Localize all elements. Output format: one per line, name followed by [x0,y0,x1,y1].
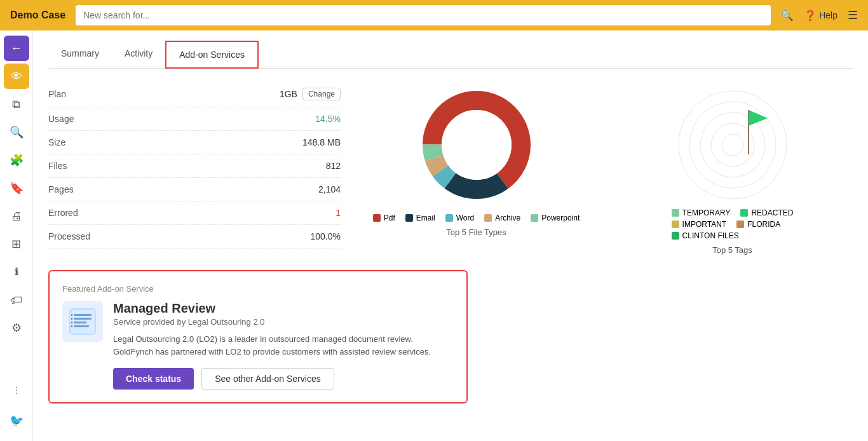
stat-row-pages: Pages 2,104 [48,178,341,201]
sidebar-item-print[interactable]: 🖨 [4,203,29,229]
svg-rect-15 [74,318,92,320]
legend-pdf: Pdf [373,214,395,222]
svg-rect-20 [71,322,72,323]
plan-change-button[interactable]: Change [302,88,341,100]
tags-chart-title: Top 5 Tags [712,245,752,255]
tabs: Summary Activity Add-on Services [48,41,853,69]
sidebar-item-tag[interactable]: 🏷 [4,287,29,313]
sidebar-item-dots[interactable]: ⋮ [4,377,29,403]
search-input[interactable] [76,5,771,25]
stats-table: Plan 1GB Change Usage 14.5% Size 148.8 M… [48,81,341,255]
svg-rect-19 [71,318,72,320]
sidebar: ← 👁 ⧉ 🔍 🧩 🔖 🖨 ⊞ ℹ 🏷 ⚙ ⋮ 🐦 [0,31,33,441]
tags-legend-row-3: CLINTON FILES [672,231,794,240]
topbar: Demo Case 🔍 ❓ Help ☰ [0,0,868,31]
stat-row-errored: Errored 1 [48,201,341,225]
clinton-files-dot [672,232,679,240]
search-icon: 🔍 [781,10,794,22]
svg-point-5 [442,110,512,180]
addon-box: Featured Add-on Service Managed Review [48,270,468,404]
plan-value-group: 1GB Change [280,88,341,100]
menu-icon[interactable]: ☰ [848,8,858,22]
addon-description: Legal Outsourcing 2.0 (LO2) is a leader … [113,333,454,358]
svg-point-7 [689,102,776,188]
powerpoint-dot [531,214,538,222]
legend-powerpoint: Powerpoint [531,214,580,222]
app-title: Demo Case [10,10,65,21]
content-grid: Plan 1GB Change Usage 14.5% Size 148.8 M… [48,81,853,255]
see-other-addons-button[interactable]: See other Add-on Services [201,368,334,390]
svg-rect-21 [71,325,72,327]
main-content: Summary Activity Add-on Services Plan 1G… [33,31,868,441]
sidebar-item-info[interactable]: ℹ [4,259,29,285]
stat-row-usage: Usage 14.5% [48,107,341,131]
archive-dot [484,214,492,222]
legend-clinton-files: CLINTON FILES [672,231,739,240]
svg-point-10 [722,134,743,156]
addon-info: Managed Review Service provided by Legal… [113,301,454,390]
stat-row-processed: Processed 100.0% [48,225,341,248]
legend-florida: FLORIDA [736,220,780,229]
legend-email: Email [405,214,435,222]
legend-archive: Archive [484,214,520,222]
file-types-chart-title: Top 5 File Types [446,227,506,237]
pdf-dot [373,214,381,222]
legend-word: Word [445,214,474,222]
topbar-right: ❓ Help ☰ [804,8,858,22]
addon-subtitle: Service provided by Legal Outsouring 2.0 [113,317,454,327]
sidebar-bottom: ⋮ 🐦 [4,377,29,433]
donut-svg [413,81,540,208]
svg-rect-18 [71,314,72,316]
redacted-dot [740,209,748,217]
tags-svg [669,81,796,208]
legend-important: IMPORTANT [672,220,727,229]
tags-chart: TEMPORARY REDACTED IMPORTANT FLORIDA [612,81,853,255]
sidebar-item-back[interactable]: ← [4,36,29,61]
help-button[interactable]: ❓ Help [804,10,837,22]
tags-legend-row-2: IMPORTANT FLORIDA [672,220,794,229]
sidebar-item-bird: 🐦 [4,408,29,433]
sidebar-item-copy[interactable]: ⧉ [4,92,29,117]
tab-activity[interactable]: Activity [112,41,165,69]
addon-body: Managed Review Service provided by Legal… [62,301,454,390]
tab-summary[interactable]: Summary [48,41,112,69]
important-dot [672,221,679,228]
sidebar-item-eye[interactable]: 👁 [4,64,29,89]
legend-redacted: REDACTED [740,208,793,217]
stat-row-plan: Plan 1GB Change [48,81,341,107]
addon-buttons: Check status See other Add-on Services [113,368,454,390]
stat-row-size: Size 148.8 MB [48,131,341,154]
temporary-dot [672,209,679,217]
svg-rect-16 [74,322,86,323]
email-dot [405,214,413,222]
check-status-button[interactable]: Check status [113,368,194,390]
sidebar-item-grid[interactable]: ⊞ [4,231,29,257]
addon-icon [62,301,103,342]
file-types-chart: Pdf Email Word Archive Powerpoint [356,81,597,255]
sidebar-item-settings[interactable]: ⚙ [4,315,29,341]
tags-legend: TEMPORARY REDACTED IMPORTANT FLORIDA [672,208,794,240]
word-dot [445,214,453,222]
svg-point-6 [679,91,787,199]
sidebar-item-bookmark[interactable]: 🔖 [4,175,29,201]
sidebar-item-search[interactable]: 🔍 [4,119,29,145]
addon-title: Managed Review [113,301,454,316]
svg-rect-14 [74,314,92,316]
legend-temporary: TEMPORARY [672,208,731,217]
managed-review-icon [67,306,98,337]
svg-point-9 [711,123,754,166]
tags-legend-row-1: TEMPORARY REDACTED [672,208,794,217]
file-types-legend: Pdf Email Word Archive Powerpoint [373,214,580,222]
svg-marker-12 [749,110,768,126]
florida-dot [736,221,744,228]
svg-rect-17 [74,325,89,327]
tab-addon-services[interactable]: Add-on Services [165,41,259,69]
addon-header: Featured Add-on Service [62,284,454,294]
stat-row-files: Files 812 [48,154,341,178]
sidebar-item-puzzle[interactable]: 🧩 [4,147,29,173]
